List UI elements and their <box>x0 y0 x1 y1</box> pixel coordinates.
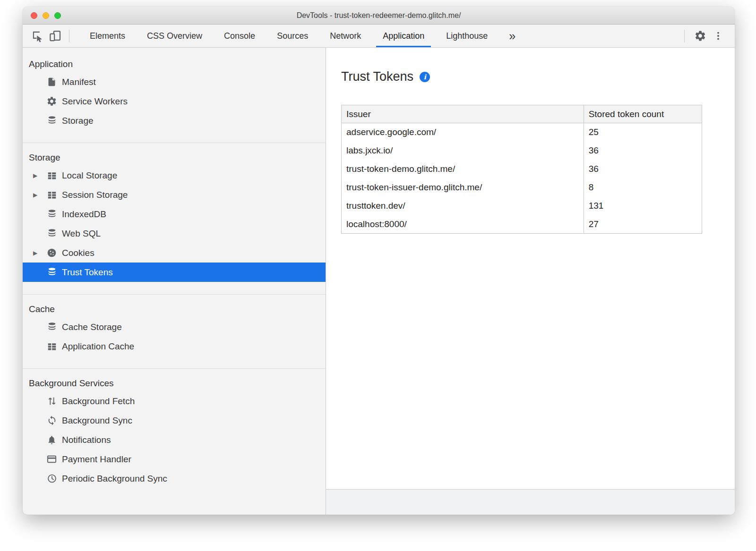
desktop: { "window": { "title": "DevTools - trust… <box>0 0 756 551</box>
credit-card-icon <box>46 454 58 465</box>
gear-icon <box>46 96 58 107</box>
tab-css-overview[interactable]: CSS Overview <box>136 25 213 47</box>
sidebar-item-web-sql[interactable]: Web SQL <box>23 224 326 243</box>
fullscreen-window-button[interactable] <box>54 12 61 19</box>
inspect-element-icon[interactable] <box>28 27 46 45</box>
section-title: Storage <box>23 150 326 166</box>
section-title: Cache <box>23 301 326 317</box>
cookie-icon <box>46 247 58 258</box>
trust-tokens-view: Trust Tokens i Issuer Stored token count… <box>326 48 735 515</box>
devtools-window: DevTools - trust-token-redeemer-demo.gli… <box>23 7 735 515</box>
database-icon <box>46 267 58 278</box>
sidebar-item-local-storage[interactable]: ▶ Local Storage <box>23 166 326 185</box>
document-icon <box>46 76 58 87</box>
tab-sources[interactable]: Sources <box>266 25 319 47</box>
sidebar-item-notifications[interactable]: Notifications <box>23 430 326 449</box>
sidebar-section-background-services: Background Services Background Fetch Bac… <box>23 368 326 500</box>
section-title: Background Services <box>23 375 326 391</box>
panel-tabs: Elements CSS Overview Console Sources Ne… <box>79 25 498 47</box>
issuer-cell: trusttoken.dev/ <box>342 197 584 215</box>
page-title: Trust Tokens i <box>341 69 735 84</box>
toolbar-separator <box>684 30 685 42</box>
trust-tokens-content: Trust Tokens i Issuer Stored token count… <box>326 48 735 489</box>
tab-lighthouse[interactable]: Lighthouse <box>435 25 498 47</box>
table-grid-icon <box>46 341 58 352</box>
database-icon <box>46 228 58 239</box>
tab-console[interactable]: Console <box>213 25 266 47</box>
kebab-menu-icon[interactable] <box>709 27 727 45</box>
issuer-cell: trust-token-demo.glitch.me/ <box>342 160 584 178</box>
titlebar: DevTools - trust-token-redeemer-demo.gli… <box>23 7 735 25</box>
sidebar-section-cache: Cache Cache Storage Application Cache <box>23 294 326 368</box>
page-title-text: Trust Tokens <box>341 69 413 84</box>
table-grid-icon <box>46 189 58 200</box>
table-grid-icon <box>46 170 58 181</box>
count-cell: 8 <box>584 178 702 197</box>
application-sidebar: Application Manifest Service Workers <box>23 48 326 515</box>
sidebar-item-cache-storage[interactable]: Cache Storage <box>23 317 326 337</box>
issuer-cell: adservice.google.com/ <box>342 123 584 142</box>
sidebar-item-cookies[interactable]: ▶ Cookies <box>23 243 326 263</box>
sidebar-item-service-workers[interactable]: Service Workers <box>23 92 326 111</box>
sidebar-item-application-cache[interactable]: Application Cache <box>23 337 326 356</box>
column-header-issuer: Issuer <box>342 105 584 123</box>
table-header-row: Issuer Stored token count <box>342 105 702 123</box>
application-panel: Application Manifest Service Workers <box>23 48 735 515</box>
sidebar-item-background-fetch[interactable]: Background Fetch <box>23 391 326 411</box>
issuer-cell: labs.jxck.io/ <box>342 142 584 160</box>
tab-application[interactable]: Application <box>372 25 435 47</box>
expand-icon[interactable]: ▶ <box>33 250 46 256</box>
table-row[interactable]: trust-token-issuer-demo.glitch.me/ 8 <box>342 178 702 197</box>
count-cell: 27 <box>584 215 702 234</box>
toolbar-separator <box>69 30 69 42</box>
tab-network[interactable]: Network <box>319 25 372 47</box>
sidebar-section-storage: Storage ▶ Local Storage ▶ Session Storag… <box>23 143 326 294</box>
count-cell: 25 <box>584 123 702 142</box>
close-window-button[interactable] <box>31 12 37 19</box>
issuer-cell: localhost:8000/ <box>342 215 584 234</box>
sidebar-item-indexeddb[interactable]: IndexedDB <box>23 204 326 224</box>
issuer-cell: trust-token-issuer-demo.glitch.me/ <box>342 178 584 197</box>
table-row[interactable]: trust-token-demo.glitch.me/ 36 <box>342 160 702 178</box>
sidebar-item-storage[interactable]: Storage <box>23 111 326 130</box>
sidebar-item-periodic-background-sync[interactable]: Periodic Background Sync <box>23 469 326 488</box>
expand-icon[interactable]: ▶ <box>33 172 46 179</box>
window-title: DevTools - trust-token-redeemer-demo.gli… <box>23 7 735 24</box>
expand-icon[interactable]: ▶ <box>33 192 46 198</box>
database-icon <box>46 322 58 332</box>
trust-tokens-table: Issuer Stored token count adservice.goog… <box>341 105 702 234</box>
sidebar-item-manifest[interactable]: Manifest <box>23 72 326 92</box>
database-icon <box>46 115 58 126</box>
count-cell: 131 <box>584 197 702 215</box>
sidebar-item-session-storage[interactable]: ▶ Session Storage <box>23 185 326 204</box>
table-row[interactable]: adservice.google.com/ 25 <box>342 123 702 142</box>
sidebar-item-background-sync[interactable]: Background Sync <box>23 411 326 430</box>
table-row[interactable]: trusttoken.dev/ 131 <box>342 197 702 215</box>
sidebar-item-trust-tokens[interactable]: Trust Tokens <box>23 263 326 282</box>
table-row[interactable]: localhost:8000/ 27 <box>342 215 702 234</box>
minimize-window-button[interactable] <box>43 12 49 19</box>
column-header-stored-token-count: Stored token count <box>584 105 702 123</box>
sidebar-item-payment-handler[interactable]: Payment Handler <box>23 449 326 469</box>
sync-arrows-icon <box>46 415 58 426</box>
sidebar-section-application: Application Manifest Service Workers <box>23 51 326 143</box>
tab-elements[interactable]: Elements <box>79 25 136 47</box>
settings-gear-icon[interactable] <box>691 27 709 45</box>
clock-icon <box>46 473 58 484</box>
devtools-tabbar: Elements CSS Overview Console Sources Ne… <box>23 25 735 48</box>
toolbar-right-controls <box>684 27 735 45</box>
device-toolbar-icon[interactable] <box>46 27 64 45</box>
more-tabs-icon[interactable]: » <box>505 25 519 46</box>
database-icon <box>46 209 58 220</box>
count-cell: 36 <box>584 160 702 178</box>
table-row[interactable]: labs.jxck.io/ 36 <box>342 142 702 160</box>
status-bar <box>326 489 735 515</box>
info-icon[interactable]: i <box>420 72 430 82</box>
count-cell: 36 <box>584 142 702 160</box>
traffic-lights <box>31 12 61 19</box>
up-down-arrows-icon <box>46 396 58 407</box>
bell-icon <box>46 434 58 445</box>
section-title: Application <box>23 56 326 72</box>
